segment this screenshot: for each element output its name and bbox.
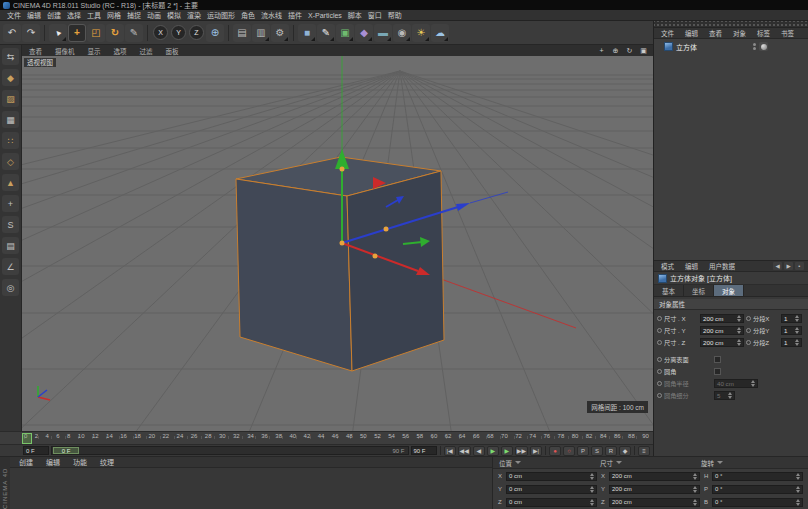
undo-icon[interactable]: ↶ <box>3 24 21 42</box>
light-icon[interactable]: ☀ <box>412 24 430 42</box>
viewport-menu-item[interactable]: 显示 <box>85 46 104 56</box>
spinner[interactable] <box>693 473 697 480</box>
size-column-dropdown[interactable]: 尺寸 <box>600 458 701 468</box>
material-menu-item[interactable]: 创建 <box>16 457 36 467</box>
gizmo-center-handle[interactable] <box>340 241 345 246</box>
deformer-icon[interactable]: ◆ <box>355 24 373 42</box>
object-manager-menu-item[interactable]: 书签 <box>778 28 797 38</box>
toggle-view-icon[interactable]: ▣ <box>638 46 649 55</box>
spline-pen-icon[interactable]: ✎ <box>317 24 335 42</box>
spinner[interactable] <box>796 473 800 480</box>
size-z-field[interactable]: 200 cm <box>700 338 744 347</box>
render-region-icon[interactable]: ▥ <box>252 24 270 42</box>
polygons-mode-icon[interactable]: ▲ <box>2 174 19 191</box>
visibility-toggles[interactable] <box>753 43 756 50</box>
keyframe-dot[interactable] <box>657 369 662 374</box>
rotation-h-field[interactable]: 0 ° <box>712 472 803 481</box>
solo-mode-icon[interactable]: ◎ <box>2 279 19 296</box>
keyframe-dot[interactable] <box>746 316 751 321</box>
spinner[interactable] <box>693 499 697 506</box>
record-position-toggle[interactable]: P <box>577 446 589 456</box>
lock-icon[interactable]: ▪ <box>795 262 804 270</box>
title-bar[interactable]: CINEMA 4D R18.011 Studio (RC - R18) - [未… <box>0 0 808 10</box>
render-view-icon[interactable]: ▤ <box>233 24 251 42</box>
edges-mode-icon[interactable]: ◇ <box>2 153 19 170</box>
history-back-icon[interactable]: ◀ <box>773 262 782 270</box>
rotate-tool-icon[interactable]: ↻ <box>106 24 124 42</box>
previous-frame-button[interactable]: ◀ <box>473 446 485 456</box>
material-menu-item[interactable]: 编辑 <box>43 457 63 467</box>
fillet-checkbox[interactable] <box>714 368 721 375</box>
viewport-menu-item[interactable]: 过滤 <box>137 46 156 56</box>
keyframe-dot[interactable] <box>746 340 751 345</box>
object-tree[interactable]: 立方体 <box>654 39 808 260</box>
spinner[interactable] <box>795 315 799 322</box>
z-axis-lock-icon[interactable]: Z <box>189 25 204 40</box>
am-menu-userdata[interactable]: 用户数据 <box>706 261 738 271</box>
object-manager-menu-item[interactable]: 对象 <box>730 28 749 38</box>
position-column-dropdown[interactable]: 位置 <box>499 458 600 468</box>
current-frame-handle[interactable]: 0 F <box>53 447 79 454</box>
spinner[interactable] <box>590 486 594 493</box>
menu-item[interactable]: 插件 <box>285 10 305 20</box>
object-name-label[interactable]: 立方体 <box>676 42 697 52</box>
spinner[interactable] <box>795 327 799 334</box>
menu-item[interactable]: 窗口 <box>365 10 385 20</box>
position-y-field[interactable]: 0 cm <box>506 485 597 494</box>
keyframe-dot[interactable] <box>657 328 662 333</box>
render-settings-icon[interactable]: ⚙ <box>271 24 289 42</box>
size-x-field[interactable]: 200 cm <box>609 472 700 481</box>
position-z-field[interactable]: 0 cm <box>506 498 597 507</box>
spinner[interactable] <box>796 486 800 493</box>
x-axis-lock-icon[interactable]: X <box>153 25 168 40</box>
menu-item[interactable]: 网格 <box>104 10 124 20</box>
spinner[interactable] <box>737 327 741 334</box>
move-tool-icon[interactable]: + <box>68 24 86 42</box>
autokey-button[interactable]: ○ <box>563 446 575 456</box>
perspective-viewport[interactable]: 查看摄像机显示选项过滤面板 + ⊕ ↻ ▣ 透视视图 网格间距 : 100 cm <box>22 45 653 431</box>
play-button[interactable]: ▶ <box>487 446 499 456</box>
size-y-field[interactable]: 200 cm <box>609 485 700 494</box>
x-scale-handle[interactable] <box>373 254 378 259</box>
goto-start-button[interactable]: |◀ <box>444 446 456 456</box>
tab-basic[interactable]: 基本 <box>654 285 684 296</box>
cube-primitive-icon[interactable]: ■ <box>298 24 316 42</box>
next-key-button[interactable]: ▶▶ <box>515 446 528 456</box>
menu-item[interactable]: 帮助 <box>385 10 405 20</box>
menu-item[interactable]: 选择 <box>64 10 84 20</box>
spinner[interactable] <box>693 486 697 493</box>
coordinate-system-icon[interactable]: ⊕ <box>206 24 224 42</box>
object-manager-menu-item[interactable]: 文件 <box>658 28 677 38</box>
object-manager-menu-item[interactable]: 编辑 <box>682 28 701 38</box>
viewport-menu-item[interactable]: 面板 <box>163 46 182 56</box>
material-menu-item[interactable]: 纹理 <box>97 457 117 467</box>
camera-icon[interactable]: ◉ <box>393 24 411 42</box>
previous-key-button[interactable]: ◀◀ <box>458 446 471 456</box>
object-manager-menu-item[interactable]: 标签 <box>754 28 773 38</box>
history-forward-icon[interactable]: ▶ <box>784 262 793 270</box>
object-manager-menu-item[interactable]: 查看 <box>706 28 725 38</box>
timeline-ruler[interactable]: 0246810121416182022242628303234363840424… <box>0 431 653 444</box>
position-x-field[interactable]: 0 cm <box>506 472 597 481</box>
material-list-area[interactable] <box>0 468 492 509</box>
end-frame-input[interactable]: 90 F <box>411 446 437 455</box>
segments-y-field[interactable]: 1 <box>781 326 802 335</box>
next-frame-button[interactable]: ▶ <box>501 446 513 456</box>
material-menu-item[interactable]: 功能 <box>70 457 90 467</box>
spinner[interactable] <box>590 499 594 506</box>
size-z-field[interactable]: 200 cm <box>609 498 700 507</box>
start-frame-input[interactable]: 0 F <box>23 446 49 455</box>
menu-item[interactable]: 编辑 <box>24 10 44 20</box>
spinner[interactable] <box>590 473 594 480</box>
menu-item[interactable]: 创建 <box>44 10 64 20</box>
z-scale-handle[interactable] <box>384 227 389 232</box>
timeline-playhead[interactable] <box>22 433 32 444</box>
menu-item[interactable]: 运动图形 <box>204 10 238 20</box>
spinner[interactable] <box>796 499 800 506</box>
menu-item[interactable]: X-Particles <box>305 12 345 19</box>
rotation-b-field[interactable]: 0 ° <box>712 498 803 507</box>
model-mode-icon[interactable]: ◆ <box>2 69 19 86</box>
quantize-icon[interactable]: ∠ <box>2 258 19 275</box>
axis-scale-handle[interactable] <box>340 167 345 172</box>
tab-coordinates[interactable]: 坐标 <box>684 285 714 296</box>
